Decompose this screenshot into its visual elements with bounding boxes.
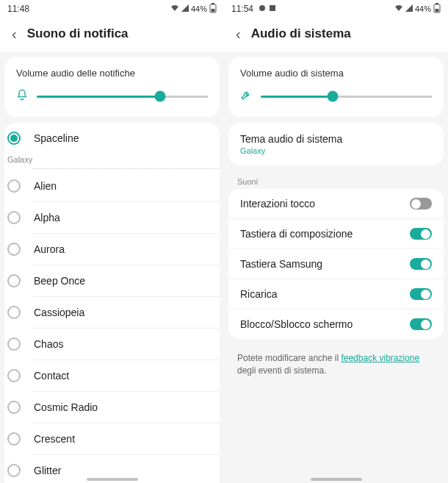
- wifi-icon: [394, 4, 403, 13]
- volume-label: Volume audio delle notifiche: [16, 68, 208, 79]
- toggle-switch[interactable]: [410, 228, 432, 240]
- status-indicators: 44%: [170, 3, 217, 15]
- svg-rect-6: [436, 3, 438, 4]
- toggle-label: Ricarica: [240, 288, 278, 300]
- divider: [32, 168, 220, 169]
- sound-option[interactable]: Chaos: [4, 329, 220, 359]
- back-icon[interactable]: ‹: [12, 26, 17, 41]
- radio-icon: [7, 369, 21, 382]
- svg-point-3: [259, 5, 265, 11]
- toggle-switch[interactable]: [410, 198, 432, 210]
- volume-card: Volume audio delle notifiche: [4, 57, 220, 117]
- radio-icon: [7, 211, 21, 224]
- screen-system-audio: 11:54 44% ‹ Audio di sistema Volume audi…: [224, 0, 448, 483]
- sound-option-label: Cassiopeia: [34, 307, 84, 318]
- signal-icon: [405, 4, 413, 13]
- volume-card: Volume audio di sistema: [228, 57, 444, 117]
- radio-icon: [7, 337, 21, 351]
- theme-value: Galaxy: [240, 146, 432, 155]
- sound-option[interactable]: Crescent: [4, 423, 220, 454]
- svg-rect-1: [212, 3, 214, 4]
- sound-option-label: Alien: [34, 180, 57, 192]
- back-icon[interactable]: ‹: [236, 26, 241, 41]
- sound-option-label: Alpha: [34, 212, 60, 223]
- screen-notification-sound: 11:48 44% ‹ Suono di notifica Volume aud…: [0, 0, 224, 483]
- sound-option[interactable]: Alien: [4, 171, 220, 201]
- sound-option-label: Chaos: [34, 338, 63, 350]
- sound-option-label: Contact: [34, 370, 69, 382]
- wrench-icon: [240, 89, 253, 104]
- toggle-label: Blocco/Sblocco schermo: [240, 318, 353, 330]
- sound-option-label: Cosmic Radio: [34, 401, 98, 413]
- home-indicator: [311, 478, 362, 481]
- theme-card[interactable]: Tema audio di sistema Galaxy: [228, 123, 444, 165]
- radio-icon: [7, 306, 21, 319]
- volume-slider[interactable]: [37, 90, 208, 102]
- toggle-row[interactable]: Blocco/Sblocco schermo: [228, 309, 444, 339]
- toggle-switch[interactable]: [410, 318, 432, 330]
- sounds-section-header: Suoni: [224, 171, 448, 189]
- battery-icon: [209, 3, 217, 15]
- sound-option-label: Glitter: [34, 465, 61, 476]
- svg-rect-2: [212, 9, 215, 12]
- toggle-list: Interazioni toccoTastiera di composizion…: [228, 189, 444, 339]
- status-indicators: 44%: [394, 3, 441, 15]
- svg-rect-4: [270, 5, 275, 11]
- toggle-label: Interazioni tocco: [240, 198, 315, 210]
- toggle-label: Tastiera Samsung: [240, 258, 322, 270]
- signal-icon: [181, 4, 189, 13]
- bell-icon: [16, 89, 29, 104]
- toggle-row[interactable]: Tastiera di composizione: [228, 218, 444, 248]
- battery-percent: 44%: [191, 4, 207, 13]
- sound-option-selected[interactable]: Spaceline: [4, 123, 220, 154]
- page-title: Suono di notifica: [27, 26, 129, 41]
- home-indicator: [87, 478, 138, 481]
- radio-icon: [7, 401, 21, 414]
- radio-icon: [7, 179, 21, 193]
- sound-group-label: Galaxy: [4, 154, 220, 167]
- sound-option-label: Crescent: [34, 433, 75, 445]
- toggle-switch[interactable]: [410, 288, 432, 300]
- sound-option-label: Aurora: [34, 243, 65, 255]
- page-header: ‹ Audio di sistema: [224, 16, 448, 51]
- page-title: Audio di sistema: [251, 26, 351, 41]
- battery-icon: [433, 3, 441, 15]
- sound-option[interactable]: Alpha: [4, 202, 220, 233]
- battery-percent: 44%: [415, 4, 431, 13]
- radio-icon: [7, 432, 21, 446]
- radio-icon: [7, 243, 21, 256]
- status-time: 11:54: [231, 4, 276, 14]
- toggle-row[interactable]: Interazioni tocco: [228, 189, 444, 218]
- page-header: ‹ Suono di notifica: [0, 16, 224, 51]
- status-time: 11:48: [7, 4, 29, 14]
- toggle-row[interactable]: Tastiera Samsung: [228, 248, 444, 279]
- status-app-icons: [259, 4, 275, 14]
- toggle-row[interactable]: Ricarica: [228, 279, 444, 309]
- sound-option[interactable]: Beep Once: [4, 265, 220, 296]
- radio-selected-icon: [7, 132, 21, 145]
- radio-icon: [7, 464, 21, 477]
- theme-title: Tema audio di sistema: [240, 133, 432, 145]
- sound-list-card: Spaceline Galaxy AlienAlphaAuroraBeep On…: [4, 123, 220, 483]
- sound-option-label: Beep Once: [34, 275, 85, 287]
- volume-slider[interactable]: [261, 90, 432, 102]
- status-bar: 11:48 44%: [0, 0, 224, 16]
- sound-option[interactable]: Aurora: [4, 234, 220, 265]
- sound-option-label: Spaceline: [34, 132, 79, 144]
- toggle-label: Tastiera di composizione: [240, 228, 353, 240]
- svg-rect-7: [436, 9, 439, 12]
- sound-option[interactable]: Contact: [4, 360, 220, 391]
- sound-option[interactable]: Cassiopeia: [4, 297, 220, 328]
- status-bar: 11:54 44%: [224, 0, 448, 16]
- footer-note: Potete modificare anche il feedback vibr…: [224, 345, 448, 384]
- radio-icon: [7, 274, 21, 287]
- vibration-feedback-link[interactable]: feedback vibrazione: [341, 353, 419, 363]
- volume-label: Volume audio di sistema: [240, 68, 432, 79]
- wifi-icon: [170, 4, 179, 13]
- sound-option[interactable]: Cosmic Radio: [4, 392, 220, 423]
- toggle-switch[interactable]: [410, 258, 432, 270]
